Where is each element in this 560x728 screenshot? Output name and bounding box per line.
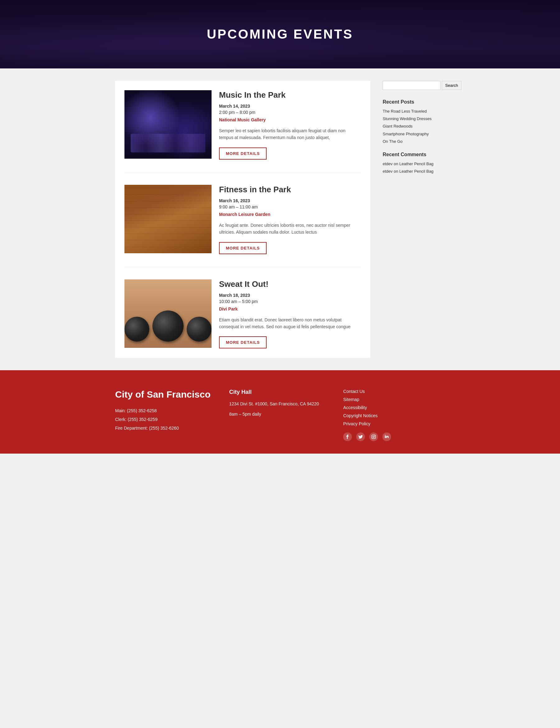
search-box: Search: [383, 81, 445, 90]
footer-fire-phone: Fire Department: (255) 352-6260: [115, 424, 217, 432]
event-desc-sweat: Etiam quis blandit erat. Donec laoreet l…: [219, 316, 361, 330]
event-desc-music: Semper leo et sapien lobortis facilisis …: [219, 127, 361, 141]
event-date-sweat: March 18, 2023: [219, 293, 361, 298]
weight-ball-1: [124, 317, 149, 342]
footer-link-sitemap[interactable]: Sitemap: [343, 397, 445, 402]
event-time-fitness: 9:00 am – 11:00 am: [219, 204, 361, 209]
footer: City of San Francisco Main: (255) 352-62…: [0, 370, 560, 454]
recent-post-2[interactable]: Giant Redwoods: [383, 124, 445, 129]
footer-brand: City of San Francisco: [115, 389, 217, 400]
social-icons: [343, 432, 445, 441]
footer-links-col: Contact Us Sitemap Accessibility Copyrig…: [343, 389, 445, 441]
weight-ball-2: [152, 310, 184, 342]
events-content: Music In the Park March 14, 2023 2:00 pm…: [115, 81, 370, 358]
recent-posts-heading: Recent Posts: [383, 99, 445, 105]
recent-posts-section: Recent Posts The Road Less Traveled Stun…: [383, 99, 445, 144]
event-image-music: [124, 90, 212, 159]
event-image-sweat: [124, 279, 212, 348]
footer-cityhall-title: City Hall: [229, 389, 331, 395]
weight-ball-3: [187, 317, 212, 342]
footer-contact: Main: (255) 352-6258 Clerk: (255) 352-62…: [115, 406, 217, 432]
event-card-music: Music In the Park March 14, 2023 2:00 pm…: [124, 90, 361, 172]
more-details-music-button[interactable]: MORE DETAILS: [219, 147, 267, 160]
footer-link-contact[interactable]: Contact Us: [343, 389, 445, 394]
footer-cityhall-col: City Hall 1234 Divi St. #1000, San Franc…: [229, 389, 331, 421]
recent-comment-1[interactable]: etdev on Leather Pencil Bag: [383, 169, 445, 174]
event-details-sweat: Sweat It Out! March 18, 2023 10:00 am – …: [219, 279, 361, 349]
event-location-fitness: Monarch Leisure Garden: [219, 212, 361, 217]
event-time-music: 2:00 pm – 8:00 pm: [219, 110, 361, 115]
search-button[interactable]: Search: [442, 81, 461, 90]
svg-point-1: [373, 436, 375, 438]
search-input[interactable]: [383, 81, 441, 90]
facebook-icon[interactable]: [343, 432, 352, 441]
recent-comments-heading: Recent Comments: [383, 152, 445, 157]
footer-link-accessibility[interactable]: Accessibility: [343, 405, 445, 410]
svg-rect-0: [372, 435, 376, 439]
event-location-music: National Music Gallery: [219, 117, 361, 122]
footer-link-copyright[interactable]: Copyright Notices: [343, 413, 445, 418]
hero-title: UPCOMING EVENTS: [207, 27, 353, 42]
footer-main-phone: Main: (255) 352-6258: [115, 406, 217, 415]
gym-image: [124, 185, 212, 253]
hero-section: UPCOMING EVENTS: [0, 0, 560, 68]
svg-point-2: [375, 436, 375, 436]
recent-comment-0[interactable]: etdev on Leather Pencil Bag: [383, 161, 445, 167]
main-container: Music In the Park March 14, 2023 2:00 pm…: [109, 68, 451, 370]
recent-post-3[interactable]: Smartphone Photography: [383, 131, 445, 137]
footer-inner: City of San Francisco Main: (255) 352-62…: [109, 389, 451, 441]
event-details-fitness: Fitness in the Park March 16, 2023 9:00 …: [219, 185, 361, 254]
recent-post-0[interactable]: The Road Less Traveled: [383, 109, 445, 114]
event-date-music: March 14, 2023: [219, 104, 361, 109]
event-image-fitness: [124, 185, 212, 253]
sidebar: Search Recent Posts The Road Less Travel…: [383, 81, 445, 358]
recent-comments-section: Recent Comments etdev on Leather Pencil …: [383, 152, 445, 174]
event-time-sweat: 10:00 am – 5:00 pm: [219, 299, 361, 304]
footer-cityhall-address: 1234 Divi St. #1000, San Francisco, CA 9…: [229, 400, 331, 407]
event-date-fitness: March 16, 2023: [219, 198, 361, 203]
footer-clerk-phone: Clerk: (255) 352-6259: [115, 415, 217, 424]
dj-image: [124, 90, 212, 159]
event-desc-fitness: Ac feugiat ante. Donec ultricies loborti…: [219, 222, 361, 236]
instagram-icon[interactable]: [369, 432, 378, 441]
event-title-music: Music In the Park: [219, 90, 361, 100]
weights-image: [124, 279, 212, 348]
footer-link-privacy[interactable]: Privacy Policy: [343, 421, 445, 426]
event-card-sweat: Sweat It Out! March 18, 2023 10:00 am – …: [124, 279, 361, 349]
event-title-sweat: Sweat It Out!: [219, 279, 361, 289]
footer-cityhall-hours: 8am – 5pm daily: [229, 411, 331, 418]
twitter-icon[interactable]: [356, 432, 365, 441]
recent-post-1[interactable]: Stunning Wedding Dresses: [383, 116, 445, 122]
event-details-music: Music In the Park March 14, 2023 2:00 pm…: [219, 90, 361, 160]
event-title-fitness: Fitness in the Park: [219, 185, 361, 194]
event-card-fitness: Fitness in the Park March 16, 2023 9:00 …: [124, 185, 361, 267]
more-details-fitness-button[interactable]: MORE DETAILS: [219, 242, 267, 254]
footer-brand-col: City of San Francisco Main: (255) 352-62…: [115, 389, 217, 432]
event-location-sweat: Divi Park: [219, 306, 361, 311]
linkedin-icon[interactable]: [382, 432, 391, 441]
more-details-sweat-button[interactable]: MORE DETAILS: [219, 336, 267, 348]
recent-post-4[interactable]: On The Go: [383, 139, 445, 144]
